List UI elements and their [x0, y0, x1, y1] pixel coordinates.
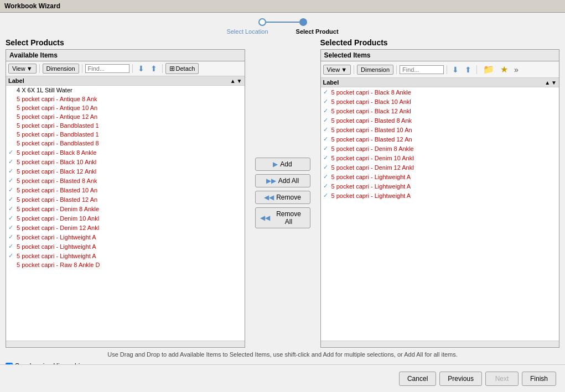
list-item[interactable]: ✓5 pocket capri - Black 10 Ankl	[321, 97, 559, 106]
selected-products-box: Selected Items View ▼ Dimension ⬇ ⬆ 📁	[320, 49, 560, 348]
right-find-input[interactable]	[400, 65, 444, 74]
right-toolbar: View ▼ Dimension ⬇ ⬆ 📁 ★ »	[321, 61, 559, 78]
list-item[interactable]: ✓5 pocket capri - Denim 10 Ankl	[321, 153, 559, 163]
list-item[interactable]: ✓5 pocket capri - Blasted 8 Ank	[321, 116, 559, 125]
list-item[interactable]: ✓5 pocket capri - Black 12 Ankl	[6, 166, 245, 176]
list-item[interactable]: 5 pocket capri - Antique 8 Ank	[6, 95, 245, 103]
list-item[interactable]: ✓5 pocket capri - Black 12 Ankl	[321, 106, 559, 116]
remove-btn[interactable]: ◀◀ Remove	[255, 191, 310, 204]
list-item[interactable]: ✓5 pocket capri - Blasted 12 An	[321, 134, 559, 144]
left-col-sort-up[interactable]: ▲	[230, 78, 236, 84]
remove-label: Remove	[276, 194, 301, 201]
right-extra-btn1[interactable]: 📁	[481, 63, 496, 76]
middle-buttons: ▶ Add ▶▶ Add All ◀◀ Remove ◀◀ Remove All	[251, 38, 315, 348]
wizard-steps	[0, 13, 565, 27]
selected-products-title: Selected Products	[320, 38, 560, 47]
previous-button[interactable]: Previous	[439, 372, 482, 386]
finish-button[interactable]: Finish	[522, 372, 556, 386]
list-item[interactable]: 5 pocket capri - Bandblasted 1	[6, 130, 245, 139]
left-list-area[interactable]: 4 X 6X 1L Still Water5 pocket capri - An…	[6, 86, 245, 341]
left-toolbar-sep1	[39, 64, 40, 73]
right-col-label: Label	[323, 79, 544, 86]
left-toolbar-sep2	[82, 64, 82, 73]
step-1-link[interactable]: Select Location	[226, 28, 268, 35]
right-col-sort-up[interactable]: ▲	[545, 80, 550, 86]
list-item[interactable]: 4 X 6X 1L Still Water	[6, 86, 245, 95]
list-item[interactable]: ✓5 pocket capri - Blasted 10 An	[6, 185, 245, 195]
list-item[interactable]: ✓5 pocket capri - Lightweight A	[6, 242, 245, 251]
left-col-header: Label ▲ ▼	[6, 76, 245, 86]
right-dimension-btn[interactable]: Dimension	[357, 65, 393, 75]
right-down-btn[interactable]: ⬇	[450, 64, 461, 75]
list-item[interactable]: ✓5 pocket capri - Blasted 12 An	[6, 195, 245, 204]
right-view-label: View	[327, 66, 340, 73]
left-find-input[interactable]	[85, 64, 129, 73]
step-labels: Select Location Select Product	[0, 27, 565, 38]
list-item[interactable]: ✓5 pocket capri - Blasted 10 An	[321, 125, 559, 134]
left-view-arrow: ▼	[27, 65, 33, 72]
left-scrollbar-h[interactable]	[6, 341, 245, 347]
step-2-circle	[299, 18, 307, 26]
selected-products-panel: Selected Products Selected Items View ▼ …	[320, 38, 560, 348]
right-extra-btn3[interactable]: »	[512, 64, 521, 75]
left-view-btn[interactable]: View ▼	[8, 64, 37, 74]
right-up-btn[interactable]: ⬆	[463, 64, 474, 75]
right-toolbar-sep1	[354, 65, 354, 74]
right-col-sort-down[interactable]: ▼	[551, 80, 557, 86]
list-item[interactable]: ✓5 pocket capri - Black 8 Ankle	[6, 148, 245, 157]
right-dimension-label: Dimension	[361, 66, 390, 73]
list-item[interactable]: ✓5 pocket capri - Lightweight A	[6, 251, 245, 260]
list-item[interactable]: 5 pocket capri - Bandblasted 1	[6, 121, 245, 130]
cancel-button[interactable]: Cancel	[399, 372, 436, 386]
list-item[interactable]: ✓5 pocket capri - Lightweight A	[6, 232, 245, 242]
list-item[interactable]: ✓5 pocket capri - Lightweight A	[321, 191, 559, 200]
next-button[interactable]: Next	[485, 372, 519, 386]
step-2-text: Select Product	[296, 28, 339, 35]
list-item[interactable]: ✓5 pocket capri - Denim 12 Ankl	[321, 163, 559, 172]
add-all-btn[interactable]: ▶▶ Add All	[255, 174, 310, 187]
list-item[interactable]: ✓5 pocket capri - Denim 12 Ankl	[6, 223, 245, 232]
list-item[interactable]: ✓5 pocket capri - Black 10 Ankl	[6, 157, 245, 166]
add-btn[interactable]: ▶ Add	[255, 158, 310, 171]
list-item[interactable]: ✓5 pocket capri - Lightweight A	[321, 172, 559, 181]
right-extra-btn2[interactable]: ★	[498, 63, 510, 76]
add-icon: ▶	[273, 160, 278, 168]
list-item[interactable]: 5 pocket capri - Bandblasted 8	[6, 139, 245, 148]
list-item[interactable]: ✓5 pocket capri - Lightweight A	[321, 181, 559, 191]
list-item[interactable]: 5 pocket capri - Raw 8 Ankle D	[6, 260, 245, 269]
detach-btn[interactable]: ⊞ Detach	[165, 63, 199, 74]
select-products-panel: Select Products Available Items View ▼ D…	[6, 38, 245, 348]
step-1-label[interactable]: Select Location	[226, 28, 268, 35]
step-connector	[266, 22, 299, 23]
remove-all-icon: ◀◀	[260, 214, 270, 222]
list-item[interactable]: ✓5 pocket capri - Black 8 Ankle	[321, 87, 559, 97]
list-item[interactable]: ✓5 pocket capri - Blasted 8 Ank	[6, 176, 245, 185]
list-item[interactable]: ✓5 pocket capri - Denim 8 Ankle	[6, 204, 245, 213]
right-col-header: Label ▲ ▼	[321, 78, 559, 87]
right-toolbar-sep2	[396, 65, 397, 74]
step-1-circle	[258, 18, 266, 26]
left-toolbar: View ▼ Dimension ⬇ ⬆ ⊞ Detach	[6, 61, 245, 76]
left-view-label: View	[12, 65, 25, 72]
list-item[interactable]: ✓5 pocket capri - Denim 8 Ankle	[321, 144, 559, 153]
left-up-btn[interactable]: ⬆	[148, 63, 159, 74]
hint-text: Use Drag and Drop to add Available Items…	[107, 351, 458, 358]
add-all-label: Add All	[278, 177, 299, 185]
step-2-label: Select Product	[296, 28, 339, 35]
left-col-sort-down[interactable]: ▼	[237, 78, 242, 84]
left-dimension-btn[interactable]: Dimension	[43, 64, 79, 74]
left-col-label: Label	[8, 77, 229, 84]
list-item[interactable]: 5 pocket capri - Antique 12 An	[6, 112, 245, 121]
select-products-title: Select Products	[6, 38, 245, 47]
select-products-box: Available Items View ▼ Dimension ⬇ ⬆ ⊞	[6, 49, 245, 348]
list-item[interactable]: 5 pocket capri - Antique 10 An	[6, 103, 245, 112]
left-toolbar-sep3	[132, 64, 133, 73]
hint-row: Use Drag and Drop to add Available Items…	[0, 348, 565, 361]
right-scrollbar-h[interactable]	[321, 341, 559, 347]
left-down-btn[interactable]: ⬇	[136, 63, 147, 74]
remove-all-btn[interactable]: ◀◀ Remove All	[255, 207, 310, 228]
list-item[interactable]: ✓5 pocket capri - Denim 10 Ankl	[6, 213, 245, 223]
right-view-btn[interactable]: View ▼	[323, 65, 351, 75]
right-list-area[interactable]: ✓5 pocket capri - Black 8 Ankle✓5 pocket…	[321, 87, 559, 341]
window-title: Workbook Wizard	[4, 2, 60, 10]
